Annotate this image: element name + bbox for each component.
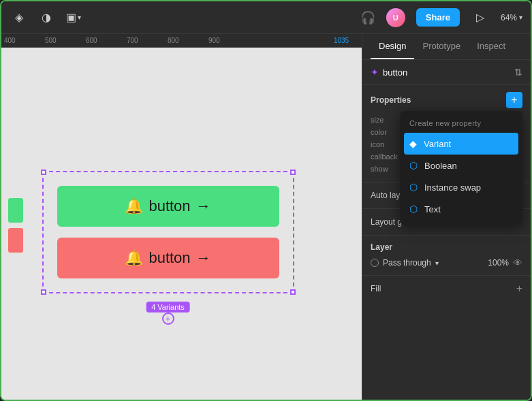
add-property-button[interactable]: +: [506, 92, 522, 108]
variants-badge: 4 Variants: [146, 302, 190, 312]
tab-prototype[interactable]: Prototype: [414, 34, 469, 59]
tab-design[interactable]: Design: [371, 34, 414, 59]
small-red-box: [8, 228, 23, 253]
arrow-icon-red: →: [196, 249, 211, 267]
ruler-600: 600: [86, 37, 127, 44]
canvas-content: 🔔 button → 🔔 button → 4 Variants +: [1, 48, 362, 401]
properties-title: Properties: [371, 95, 411, 105]
component-frame[interactable]: 🔔 button → 🔔 button → 4 Variants +: [42, 171, 294, 293]
fill-section: Fill +: [362, 276, 531, 302]
tab-inspect[interactable]: Inspect: [469, 34, 514, 59]
share-button[interactable]: Share: [416, 8, 460, 27]
layer-section: Layer Pass through ▾ 100% 👁: [362, 236, 531, 276]
ruler: 400 500 600 700 800 900 1035: [1, 34, 362, 48]
component-icon: ✦: [371, 67, 379, 78]
bell-icon-red: 🔔: [125, 249, 143, 267]
dropdown-variant-label: Variant: [424, 139, 451, 149]
ruler-400: 400: [4, 37, 45, 44]
fill-add-button[interactable]: +: [516, 283, 522, 295]
zoom-dropdown-icon: ▾: [519, 14, 522, 21]
dropdown-boolean-label: Boolean: [424, 161, 457, 171]
boolean-icon: ⬡: [409, 160, 418, 171]
button-green-label: button: [148, 197, 190, 215]
fill-title: Fill: [371, 284, 381, 293]
ruler-marks: 400 500 600 700 800 900: [4, 37, 362, 44]
canvas-area[interactable]: 400 500 600 700 800 900 1035: [1, 34, 362, 401]
ruler-highlight: 1035: [321, 34, 362, 47]
topbar: ◈ ◑ ▣ ▾ 🎧 U Share ▷ 64% ▾: [1, 1, 531, 34]
frame-outer: 🔔 button → 🔔 button →: [42, 171, 294, 293]
zoom-control[interactable]: 64% ▾: [501, 13, 522, 22]
opacity-row: 100% 👁: [488, 257, 522, 268]
left-preview-boxes: [8, 198, 23, 253]
properties-header: Properties + Create new property ◆ Varia…: [371, 92, 522, 108]
ruler-700: 700: [127, 37, 168, 44]
frame-dropdown-icon: ▾: [78, 14, 81, 21]
add-variant-button[interactable]: +: [162, 312, 174, 325]
dropdown-item-boolean[interactable]: ⬡ Boolean: [400, 155, 522, 176]
contrast-icon[interactable]: ◑: [37, 8, 56, 27]
add-property-container: + Create new property ◆ Variant ⬡ Boolea…: [506, 92, 522, 108]
component-name-row: ✦ button: [371, 67, 407, 78]
eye-icon[interactable]: 👁: [513, 257, 522, 268]
dropdown-item-text[interactable]: ⬡ Text: [400, 198, 522, 220]
frame-tool[interactable]: ▣ ▾: [64, 8, 83, 27]
blend-circle: [371, 259, 379, 267]
ruler-800: 800: [168, 37, 208, 44]
menu-icon[interactable]: ◈: [10, 8, 29, 27]
prop-label-size: size: [371, 116, 384, 124]
fill-header: Fill +: [371, 283, 522, 295]
tune-icon[interactable]: ⇅: [514, 67, 522, 78]
pass-through-dropdown[interactable]: ▾: [435, 259, 439, 267]
opacity-value: 100%: [488, 258, 509, 268]
button-green[interactable]: 🔔 button →: [57, 186, 279, 227]
pass-through-label: Pass through: [383, 258, 431, 268]
button-red[interactable]: 🔔 button →: [57, 238, 279, 278]
topbar-left: ◈ ◑ ▣ ▾: [10, 8, 83, 27]
button-red-label: button: [148, 249, 190, 267]
component-header: ✦ button ⇅: [362, 60, 531, 85]
properties-section: Properties + Create new property ◆ Varia…: [362, 85, 531, 182]
prop-label-show: show: [371, 165, 388, 173]
corner-tr: [290, 170, 296, 175]
dropdown-create-label: Create new property: [400, 116, 522, 133]
frame-icon: ▣: [66, 11, 76, 24]
corner-bl: [41, 289, 46, 295]
small-green-box: [8, 198, 23, 223]
avatar: U: [386, 8, 405, 27]
play-button[interactable]: ▷: [471, 8, 490, 27]
ruler-500: 500: [45, 37, 86, 44]
instance-swap-icon: ⬡: [409, 182, 418, 193]
ruler-900: 900: [208, 37, 249, 44]
panel-tabs: Design Prototype Inspect: [362, 34, 531, 60]
arrow-icon-green: →: [196, 197, 211, 215]
dropdown-text-label: Text: [424, 204, 441, 214]
headphone-icon: 🎧: [360, 10, 375, 25]
layer-row: Pass through ▾ 100% 👁: [371, 257, 522, 268]
zoom-label: 64%: [501, 13, 517, 22]
layer-title: Layer: [371, 242, 522, 252]
dropdown-item-variant[interactable]: ◆ Variant: [404, 133, 518, 155]
prop-label-icon: icon: [371, 140, 384, 148]
create-property-dropdown: Create new property ◆ Variant ⬡ Boolean …: [400, 111, 522, 225]
corner-br: [290, 289, 296, 295]
corner-tl: [41, 170, 46, 175]
text-property-icon: ⬡: [409, 204, 418, 214]
dropdown-instance-swap-label: Instance swap: [424, 182, 481, 193]
layer-blend: Pass through ▾: [371, 258, 439, 268]
right-panel: Design Prototype Inspect ✦ button ⇅ Prop…: [362, 34, 531, 401]
bell-icon-green: 🔔: [125, 197, 143, 215]
prop-label-color: color: [371, 128, 387, 136]
topbar-center: 🎧 U Share ▷ 64% ▾: [360, 8, 522, 27]
variant-icon: ◆: [409, 138, 417, 149]
prop-label-callback: callback: [371, 153, 398, 161]
component-name-label: button: [383, 67, 407, 78]
dropdown-item-instance-swap[interactable]: ⬡ Instance swap: [400, 176, 522, 198]
main-layout: 400 500 600 700 800 900 1035: [1, 34, 531, 401]
